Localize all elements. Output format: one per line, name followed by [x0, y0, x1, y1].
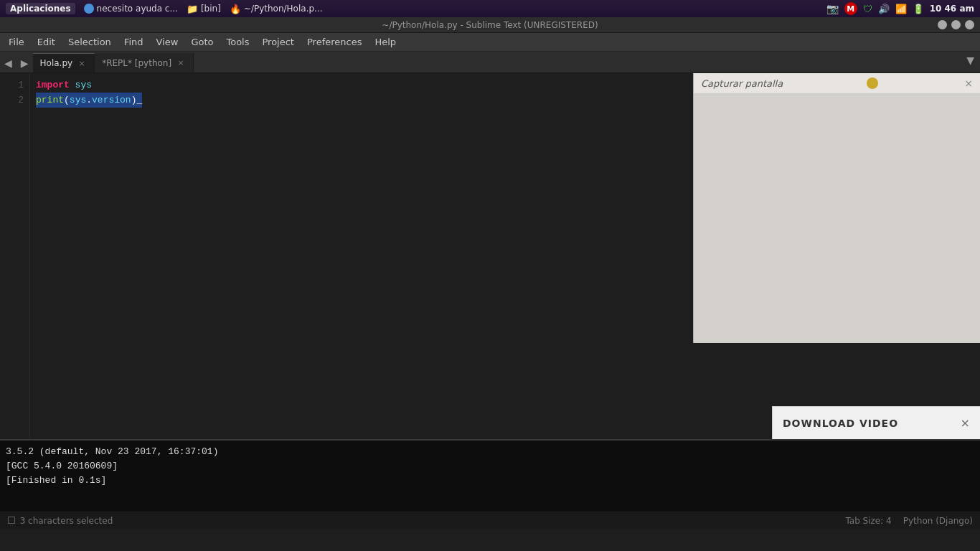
tab-dropdown-button[interactable]: ▼	[966, 55, 974, 66]
download-close-button[interactable]: ×	[961, 416, 970, 430]
download-banner: DOWNLOAD VIDEO ×	[772, 406, 980, 439]
screenshot-body	[694, 94, 980, 343]
status-bar: ☐ 3 characters selected Tab Size: 4 Pyth…	[0, 511, 980, 529]
code-dot: .	[86, 93, 92, 108]
status-tab-size[interactable]: Tab Size: 4	[845, 516, 891, 526]
camera-tray-icon[interactable]: 📷	[826, 3, 839, 14]
clock: 10 46 am	[930, 4, 974, 14]
download-video-label: DOWNLOAD VIDEO	[783, 418, 898, 429]
window-title: ~/Python/Hola.py - Sublime Text (UNREGIS…	[382, 20, 598, 30]
browser-tab[interactable]: necesito ayuda c...	[84, 4, 178, 14]
title-bar: ~/Python/Hola.py - Sublime Text (UNREGIS…	[0, 17, 980, 33]
screenshot-header: Capturar pantalla ×	[694, 73, 980, 94]
network-tray-icon[interactable]: 📶	[895, 4, 907, 14]
output-line-2: [GCC 5.4.0 20160609]	[6, 459, 974, 474]
sublime-icon: 🔥	[230, 4, 241, 14]
folder-tab[interactable]: 📁 [bin]	[187, 4, 221, 14]
tab-repl[interactable]: *REPL* [python] ×	[95, 53, 194, 72]
status-checkbox-icon: ☐	[7, 515, 16, 526]
status-selection-text: 3 characters selected	[20, 516, 113, 526]
line-number-2: 2	[0, 93, 24, 108]
gmail-tray-icon[interactable]: M	[844, 2, 857, 15]
window-controls	[938, 20, 974, 29]
tab-prev-button[interactable]: ◀	[0, 53, 17, 72]
output-line-3: [Finished in 0.1s]	[6, 474, 974, 488]
tab-repl-label: *REPL* [python]	[102, 58, 171, 68]
battery-tray-icon[interactable]: 🔋	[913, 4, 924, 14]
system-bar-right: 📷 M 🛡 🔊 📶 🔋 10 46 am	[826, 2, 974, 15]
browser-favicon	[84, 4, 94, 14]
menu-bar: File Edit Selection Find View Goto Tools…	[0, 33, 980, 52]
system-bar: Aplicaciones necesito ayuda c... 📁 [bin]…	[0, 0, 980, 17]
volume-tray-icon[interactable]: 🔊	[878, 4, 890, 14]
line-numbers: 1 2	[0, 73, 30, 439]
close-button[interactable]	[965, 20, 974, 29]
status-syntax[interactable]: Python (Django)	[903, 516, 973, 526]
tab-holapy[interactable]: Hola.py ×	[33, 53, 95, 72]
menu-file[interactable]: File	[3, 34, 30, 50]
editor-body: 1 2 import sys print(sys.version)_ Captu…	[0, 73, 980, 439]
editor-and-output: 1 2 import sys print(sys.version)_ Captu…	[0, 73, 980, 511]
tab-holapy-close[interactable]: ×	[77, 58, 87, 68]
menu-find[interactable]: Find	[118, 34, 149, 50]
minimize-button[interactable]	[938, 20, 947, 29]
code-version: version	[92, 93, 131, 108]
status-bar-right: Tab Size: 4 Python (Django)	[845, 516, 973, 526]
folder-icon: 📁	[187, 4, 198, 14]
maximize-button[interactable]	[951, 20, 961, 29]
tab-bar: ◀ ▶ Hola.py × *REPL* [python] × ▼	[0, 52, 980, 73]
menu-view[interactable]: View	[151, 34, 184, 50]
sublime-tab[interactable]: 🔥 ~/Python/Hola.p...	[230, 4, 323, 14]
apps-button[interactable]: Aplicaciones	[6, 3, 75, 14]
menu-goto[interactable]: Goto	[185, 34, 219, 50]
menu-help[interactable]: Help	[369, 34, 402, 50]
main-editor: ◀ ▶ Hola.py × *REPL* [python] × ▼ 1 2 im…	[0, 52, 980, 529]
menu-selection[interactable]: Selection	[62, 34, 117, 50]
screenshot-panel: Capturar pantalla ×	[693, 73, 980, 343]
output-line-1: 3.5.2 (default, Nov 23 2017, 16:37:01)	[6, 445, 974, 459]
screenshot-record-button[interactable]	[867, 77, 878, 89]
code-cursor: _	[136, 93, 142, 108]
shield-tray-icon[interactable]: 🛡	[863, 4, 872, 14]
menu-tools[interactable]: Tools	[220, 34, 255, 50]
module-sys: sys	[70, 77, 92, 93]
menu-preferences[interactable]: Preferences	[301, 34, 367, 50]
func-print: print	[36, 93, 64, 108]
keyword-import: import	[36, 77, 70, 93]
screenshot-title: Capturar pantalla	[701, 78, 783, 89]
code-sys-ref: sys	[70, 93, 86, 108]
tab-repl-close[interactable]: ×	[176, 58, 186, 68]
line-number-1: 1	[0, 77, 24, 93]
menu-edit[interactable]: Edit	[32, 34, 61, 50]
output-panel: 3.5.2 (default, Nov 23 2017, 16:37:01) […	[0, 439, 980, 511]
screenshot-close-button[interactable]: ×	[964, 77, 973, 89]
tab-next-button[interactable]: ▶	[17, 53, 33, 72]
system-bar-left: Aplicaciones necesito ayuda c... 📁 [bin]…	[6, 3, 323, 14]
status-bar-left: ☐ 3 characters selected	[7, 515, 113, 526]
tab-holapy-label: Hola.py	[40, 58, 73, 68]
menu-project[interactable]: Project	[256, 34, 299, 50]
code-paren-open: (	[64, 93, 70, 108]
